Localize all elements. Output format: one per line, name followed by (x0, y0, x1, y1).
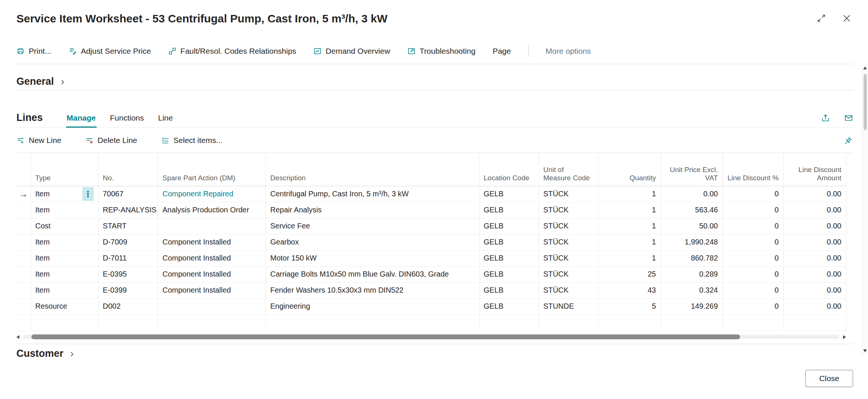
cell-type[interactable]: Resource (31, 298, 98, 314)
table-row[interactable]: →Item⋮70067Component RepairedCentrifugal… (16, 186, 846, 202)
cell-unit_of_measure_code[interactable]: STÜCK (539, 266, 598, 282)
cell-type[interactable]: Item (31, 202, 98, 218)
cell-quantity[interactable]: 1 (598, 202, 661, 218)
cell-unit_of_measure_code[interactable]: STÜCK (539, 218, 598, 234)
col-header-spare-part-action[interactable]: Spare Part Action (DM) (158, 153, 266, 186)
cell-unit_price_excl_vat[interactable]: 50.00 (661, 218, 723, 234)
cell-unit_of_measure_code[interactable]: STÜCK (539, 202, 598, 218)
col-header-quantity[interactable]: Quantity (598, 153, 661, 186)
row-selector-cell[interactable] (16, 282, 31, 298)
share-button[interactable] (821, 113, 830, 122)
cell-location_code[interactable]: GELB (479, 282, 539, 298)
cell-line_discount_amount[interactable]: 0.00 (783, 266, 846, 282)
cell-line_discount_amount[interactable]: 0.00 (783, 186, 846, 202)
cell-line_discount_amount[interactable]: 0.00 (783, 282, 846, 298)
cell-location_code[interactable]: GELB (479, 186, 539, 202)
cell-unit_price_excl_vat[interactable]: 860.782 (661, 250, 723, 266)
cell-line_discount_amount[interactable]: 0.00 (783, 202, 846, 218)
table-row[interactable] (16, 314, 846, 330)
row-selector-cell[interactable]: → (16, 186, 31, 202)
cell-description[interactable]: Repair Analysis (266, 202, 479, 218)
cell-description[interactable]: Fender Washers 10.5x30x3 mm DIN522 (266, 282, 479, 298)
cell-type[interactable]: Item (31, 250, 98, 266)
col-header-type[interactable]: Type (31, 153, 98, 186)
cell-no[interactable]: REP-ANALYSIS (98, 202, 158, 218)
cell-location_code[interactable]: GELB (479, 218, 539, 234)
email-button[interactable] (844, 113, 853, 122)
cell-type[interactable]: Item⋮ (31, 186, 98, 202)
cell-quantity[interactable]: 1 (598, 218, 661, 234)
cell-unit_of_measure_code[interactable]: STUNDE (539, 298, 598, 314)
close-window-button[interactable] (842, 13, 852, 23)
cell-unit_of_measure_code[interactable] (539, 314, 598, 330)
cell-line_discount_amount[interactable]: 0.00 (783, 298, 846, 314)
more-options-button[interactable]: More options (546, 47, 591, 56)
cell-line_discount_amount[interactable] (783, 314, 846, 330)
cell-unit_price_excl_vat[interactable]: 563.46 (661, 202, 723, 218)
pin-toggle-button[interactable] (844, 136, 853, 145)
troubleshooting-button[interactable]: Troubleshooting (407, 47, 476, 56)
new-line-button[interactable]: New Line (16, 136, 62, 145)
cell-no[interactable]: E-0399 (98, 282, 158, 298)
cell-unit_of_measure_code[interactable]: STÜCK (539, 234, 598, 250)
table-row[interactable]: ResourceD002EngineeringGELBSTUNDE5149.26… (16, 298, 846, 314)
tab-manage[interactable]: Manage (66, 113, 97, 127)
cell-spare_part_action[interactable]: Component Installed (158, 266, 266, 282)
tab-line[interactable]: Line (157, 113, 174, 127)
cell-quantity[interactable]: 1 (598, 186, 661, 202)
cell-no[interactable]: D-7009 (98, 234, 158, 250)
cell-unit_of_measure_code[interactable]: STÜCK (539, 250, 598, 266)
cell-line_discount_pct[interactable]: 0 (723, 266, 783, 282)
row-selector-cell[interactable] (16, 266, 31, 282)
col-header-location-code[interactable]: Location Code (479, 153, 539, 186)
cell-location_code[interactable]: GELB (479, 298, 539, 314)
cell-no[interactable]: D-7011 (98, 250, 158, 266)
table-row[interactable]: ItemE-0395Component InstalledCarriage Bo… (16, 266, 846, 282)
scroll-up-arrow[interactable] (863, 66, 867, 69)
table-row[interactable]: ItemD-7009Component InstalledGearboxGELB… (16, 234, 846, 250)
cell-description[interactable]: Engineering (266, 298, 479, 314)
tab-functions[interactable]: Functions (109, 113, 145, 127)
cell-no[interactable]: D002 (98, 298, 158, 314)
row-selector-cell[interactable] (16, 202, 31, 218)
cell-description[interactable]: Motor 150 kW (266, 250, 479, 266)
restore-window-button[interactable] (817, 13, 826, 23)
cell-line_discount_pct[interactable]: 0 (723, 250, 783, 266)
print-button[interactable]: Print... (16, 47, 51, 56)
cell-line_discount_pct[interactable]: 0 (723, 218, 783, 234)
cell-unit_of_measure_code[interactable]: STÜCK (539, 186, 598, 202)
cell-line_discount_pct[interactable]: 0 (723, 282, 783, 298)
cell-spare_part_action[interactable] (158, 218, 266, 234)
select-items-button[interactable]: Select items... (161, 136, 223, 145)
cell-location_code[interactable]: GELB (479, 266, 539, 282)
cell-type[interactable]: Item (31, 234, 98, 250)
cell-no[interactable] (98, 314, 158, 330)
cell-quantity[interactable]: 1 (598, 234, 661, 250)
cell-type[interactable] (31, 314, 98, 330)
row-selector-cell[interactable] (16, 234, 31, 250)
cell-quantity[interactable]: 5 (598, 298, 661, 314)
table-row[interactable]: ItemE-0399Component InstalledFender Wash… (16, 282, 846, 298)
cell-spare_part_action[interactable]: Component Installed (158, 282, 266, 298)
row-selector-cell[interactable] (16, 314, 31, 330)
cell-unit_price_excl_vat[interactable]: 149.269 (661, 298, 723, 314)
cell-location_code[interactable]: GELB (479, 234, 539, 250)
cell-location_code[interactable]: GELB (479, 250, 539, 266)
cell-location_code[interactable]: GELB (479, 202, 539, 218)
horizontal-scrollbar-thumb[interactable] (31, 334, 740, 339)
cell-description[interactable]: Centrifugal Pump, Cast Iron, 5 m³/h, 3 k… (266, 186, 479, 202)
cell-description[interactable]: Service Fee (266, 218, 479, 234)
cell-line_discount_amount[interactable]: 0.00 (783, 250, 846, 266)
cell-line_discount_pct[interactable] (723, 314, 783, 330)
close-button[interactable]: Close (805, 370, 853, 387)
scroll-left-arrow[interactable] (16, 335, 19, 339)
cell-line_discount_pct[interactable]: 0 (723, 186, 783, 202)
cell-unit_price_excl_vat[interactable]: 0.324 (661, 282, 723, 298)
cell-spare_part_action[interactable] (158, 298, 266, 314)
cell-line_discount_amount[interactable]: 0.00 (783, 234, 846, 250)
cell-description[interactable]: Carriage Bolts M10x50 mm Blue Galv. DIN6… (266, 266, 479, 282)
col-header-no[interactable]: No. (98, 153, 158, 186)
cell-unit_price_excl_vat[interactable]: 0.00 (661, 186, 723, 202)
cell-spare_part_action[interactable]: Component Installed (158, 234, 266, 250)
col-header-description[interactable]: Description (266, 153, 479, 186)
